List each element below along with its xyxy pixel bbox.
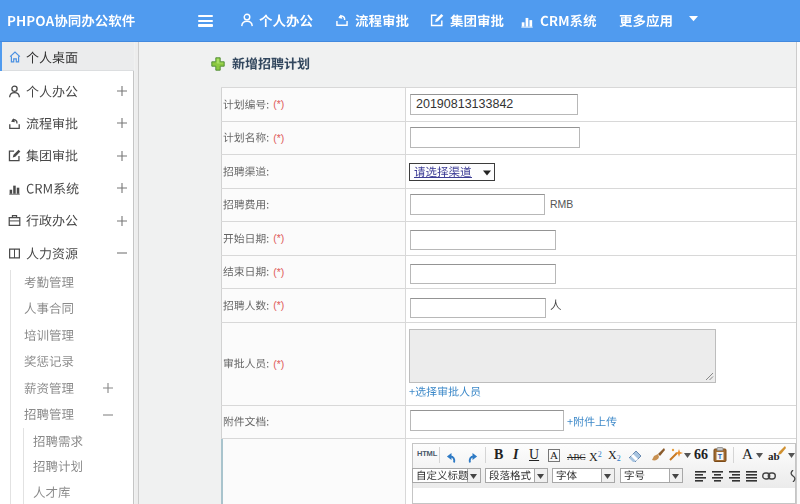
svg-text:T: T	[718, 453, 723, 460]
